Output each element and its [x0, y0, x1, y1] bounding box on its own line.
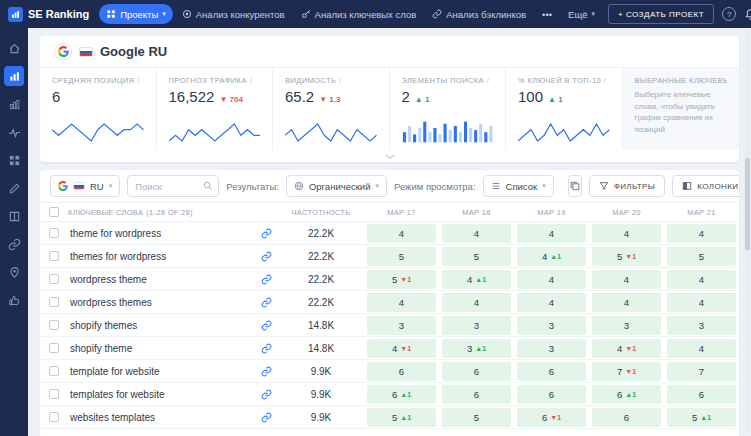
serp-link-icon[interactable] [254, 343, 278, 354]
row-checkbox[interactable] [40, 412, 68, 422]
position-cell[interactable]: 5▼1 [364, 270, 439, 289]
notifications-bell-icon[interactable] [744, 8, 751, 21]
position-cell[interactable]: 4 [664, 293, 739, 312]
row-checkbox[interactable] [40, 228, 68, 238]
results-type-select[interactable]: Органический ▾ [286, 175, 387, 197]
stat-traffic-forecast[interactable]: ПРОГНОЗ ТРАФИКАi 16,522▼ 704 [157, 68, 274, 150]
scrollbar[interactable] [745, 30, 750, 434]
keyword-label[interactable]: wordpress themes [68, 297, 254, 308]
position-cell[interactable]: 4 [439, 224, 514, 243]
position-cell[interactable]: 4▲1 [514, 247, 589, 266]
position-cell[interactable]: 4 [664, 339, 739, 358]
frequency-column-header[interactable]: ЧАСТОТНОСТЬ [278, 208, 364, 217]
row-checkbox[interactable] [40, 297, 68, 307]
serp-link-icon[interactable] [254, 389, 278, 400]
serp-link-icon[interactable] [254, 366, 278, 377]
keyword-label[interactable]: theme for wordpress [68, 228, 254, 239]
position-cell[interactable]: 5 [439, 408, 514, 427]
date-column-header[interactable]: МАР 18 [439, 208, 514, 217]
position-cell[interactable]: 3 [514, 316, 589, 335]
scrollbar-thumb[interactable] [745, 158, 750, 250]
stat-visibility[interactable]: ВИДИМОСТЬi 65.2▼ 1.3 [273, 68, 390, 150]
sidebar-rankings-icon[interactable] [4, 66, 24, 86]
position-cell[interactable]: 5 [364, 247, 439, 266]
help-icon[interactable]: ? [722, 7, 736, 21]
position-cell[interactable]: 3 [589, 316, 664, 335]
copy-button[interactable] [568, 175, 582, 197]
position-cell[interactable]: 3 [664, 316, 739, 335]
sidebar-local-marketing-icon[interactable] [4, 262, 24, 282]
position-cell[interactable]: 4▼1 [364, 339, 439, 358]
position-cell[interactable]: 4 [364, 293, 439, 312]
nav-keyword-research[interactable]: Анализ ключевых слов [294, 4, 424, 24]
keyword-label[interactable]: websites templates [68, 412, 254, 423]
nav-backlink-analysis[interactable]: Анализ бэклинков [425, 4, 533, 24]
position-cell[interactable]: 6 [664, 385, 739, 404]
search-engine-select[interactable]: RU ▾ [50, 175, 120, 197]
keyword-label[interactable]: template for website [68, 366, 254, 377]
row-checkbox[interactable] [40, 251, 68, 261]
nav-competitor-analysis[interactable]: Анализ конкурентов [175, 4, 292, 24]
position-cell[interactable]: 4 [589, 293, 664, 312]
position-cell[interactable]: 4 [589, 270, 664, 289]
nav-more[interactable]: Ещё ▾ [561, 4, 602, 24]
serp-link-icon[interactable] [254, 412, 278, 423]
position-cell[interactable]: 5▲1 [364, 408, 439, 427]
sidebar-home-icon[interactable] [4, 38, 24, 58]
nav-projects[interactable]: Проекты ▾ [99, 4, 173, 24]
row-checkbox[interactable] [40, 274, 68, 284]
serp-link-icon[interactable] [254, 228, 278, 239]
select-all-checkbox[interactable] [40, 207, 68, 217]
position-cell[interactable]: 3 [439, 316, 514, 335]
position-cell[interactable]: 6 [439, 362, 514, 381]
sidebar-analytics-icon[interactable] [4, 94, 24, 114]
position-cell[interactable]: 4 [589, 224, 664, 243]
position-cell[interactable]: 5 [439, 247, 514, 266]
row-checkbox[interactable] [40, 343, 68, 353]
keywords-column-header[interactable]: КЛЮЧЕВЫЕ СЛОВА (1-28 OF 28) [68, 208, 278, 217]
position-cell[interactable]: 6 [589, 408, 664, 427]
stat-serp-features[interactable]: ЭЛЕМЕНТЫ ПОИСКАi 2▲ 1 [390, 68, 507, 150]
sidebar-backlinks-icon[interactable] [4, 234, 24, 254]
keyword-label[interactable]: shopify themes [68, 320, 254, 331]
row-checkbox[interactable] [40, 389, 68, 399]
keyword-label[interactable]: themes for wordpress [68, 251, 254, 262]
stat-average-position[interactable]: СРЕДНЯЯ ПОЗИЦИЯi 6 [40, 68, 157, 150]
sidebar-reports-icon[interactable] [4, 206, 24, 226]
position-cell[interactable]: 4 [514, 293, 589, 312]
date-column-header[interactable]: МАР 19 [514, 208, 589, 217]
collapse-summary-toggle[interactable] [40, 150, 739, 162]
stat-keywords-top10[interactable]: % КЛЮЧЕЙ В ТОП-10i 100▲ 1 [506, 68, 623, 150]
filters-button[interactable]: ФИЛЬТРЫ [589, 175, 666, 197]
position-cell[interactable]: 5▼1 [589, 247, 664, 266]
keyword-label[interactable]: shopify theme [68, 343, 254, 354]
position-cell[interactable]: 4 [664, 224, 739, 243]
position-cell[interactable]: 4 [514, 224, 589, 243]
position-cell[interactable]: 6▲1 [364, 385, 439, 404]
position-cell[interactable]: 4 [364, 224, 439, 243]
keyword-label[interactable]: wordpress theme [68, 274, 254, 285]
position-cell[interactable]: 4 [439, 293, 514, 312]
sidebar-tools-icon[interactable] [4, 178, 24, 198]
app-logo[interactable]: SE Ranking [8, 7, 89, 22]
position-cell[interactable]: 6 [439, 385, 514, 404]
position-cell[interactable]: 3▲1 [439, 339, 514, 358]
position-cell[interactable]: 6 [514, 362, 589, 381]
position-cell[interactable]: 6▲1 [589, 385, 664, 404]
serp-link-icon[interactable] [254, 320, 278, 331]
date-column-header[interactable]: МАР 21 [664, 208, 739, 217]
sidebar-traffic-icon[interactable] [4, 122, 24, 142]
position-cell[interactable]: 6 [364, 362, 439, 381]
row-checkbox[interactable] [40, 366, 68, 376]
keyword-label[interactable]: templates for website [68, 389, 254, 400]
position-cell[interactable]: 6 [514, 385, 589, 404]
position-cell[interactable]: 6▼1 [514, 408, 589, 427]
serp-link-icon[interactable] [254, 251, 278, 262]
position-cell[interactable]: 3 [364, 316, 439, 335]
position-cell[interactable]: 5 [664, 247, 739, 266]
position-cell[interactable]: 4 [514, 270, 589, 289]
nav-more-dots[interactable]: ••• [535, 4, 559, 24]
create-project-button[interactable]: + СОЗДАТЬ ПРОЕКТ [608, 4, 714, 24]
position-cell[interactable]: 4 [664, 270, 739, 289]
sidebar-social-icon[interactable] [4, 290, 24, 310]
